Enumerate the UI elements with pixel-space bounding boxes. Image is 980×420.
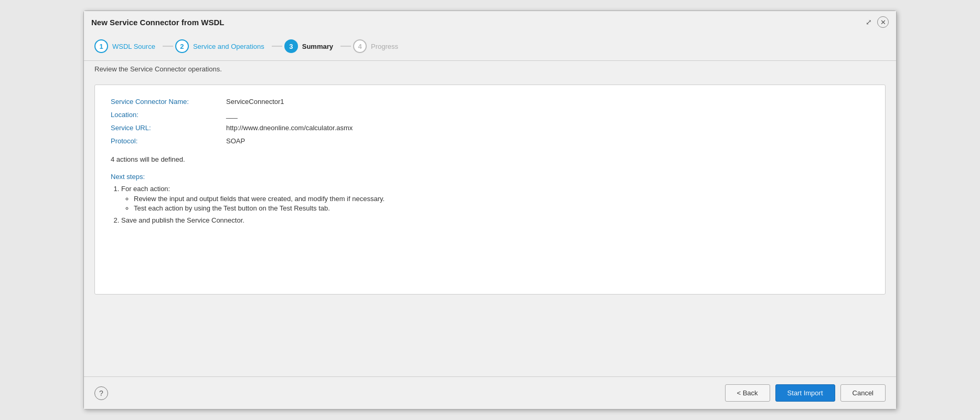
- info-grid: Service Connector Name: ServiceConnector…: [111, 98, 869, 145]
- footer-right: < Back Start Import Cancel: [725, 384, 886, 402]
- protocol-label: Protocol:: [111, 137, 226, 145]
- location-label: Location:: [111, 111, 226, 119]
- next-step-1: For each action: Review the input and ou…: [121, 185, 869, 212]
- service-url-value: http://www.dneonline.com/calculator.asmx: [226, 124, 869, 132]
- dialog-footer: ? < Back Start Import Cancel: [84, 376, 896, 409]
- protocol-value: SOAP: [226, 137, 869, 145]
- service-url-label: Service URL:: [111, 124, 226, 132]
- step-2-label: Service and Operations: [193, 43, 264, 50]
- step-3-circle: 3: [284, 39, 298, 53]
- content-area: Service Connector Name: ServiceConnector…: [84, 76, 896, 376]
- step-1-label: WSDL Source: [112, 43, 155, 50]
- step-separator-3: [340, 46, 351, 47]
- maximize-button[interactable]: ⤢: [864, 17, 874, 27]
- step-3-label: Summary: [302, 43, 333, 50]
- next-steps-label: Next steps:: [111, 173, 869, 181]
- back-button[interactable]: < Back: [725, 384, 770, 402]
- step-3[interactable]: 3 Summary: [284, 37, 338, 55]
- cancel-button[interactable]: Cancel: [840, 384, 886, 402]
- titlebar-controls: ⤢ ✕: [864, 16, 889, 28]
- next-step-1-subitems: Review the input and output fields that …: [121, 195, 869, 212]
- close-button[interactable]: ✕: [877, 16, 889, 28]
- step-2[interactable]: 2 Service and Operations: [175, 37, 270, 55]
- next-step-2-text: Save and publish the Service Connector.: [121, 216, 244, 224]
- dialog-titlebar: New Service Connector from WSDL ⤢ ✕: [84, 11, 896, 32]
- steps-bar: 1 WSDL Source 2 Service and Operations 3…: [84, 32, 896, 61]
- step-2-circle: 2: [175, 39, 189, 53]
- dialog-title: New Service Connector from WSDL: [91, 18, 224, 27]
- step-1-circle: 1: [94, 39, 108, 53]
- white-panel: Service Connector Name: ServiceConnector…: [94, 85, 886, 295]
- step-4: 4 Progress: [353, 37, 403, 55]
- next-step-1-sub-2: Test each action by using the Test butto…: [134, 204, 869, 212]
- next-step-2: Save and publish the Service Connector.: [121, 216, 869, 224]
- actions-text: 4 actions will be defined.: [111, 155, 869, 163]
- start-import-button[interactable]: Start Import: [775, 384, 835, 402]
- step-4-label: Progress: [371, 43, 398, 50]
- footer-left: ?: [94, 386, 108, 400]
- step-4-circle: 4: [353, 39, 367, 53]
- help-button[interactable]: ?: [94, 386, 108, 400]
- step-1[interactable]: 1 WSDL Source: [94, 37, 161, 55]
- description-text: Review the Service Connector operations.: [94, 65, 222, 73]
- next-step-1-text: For each action:: [121, 185, 170, 193]
- connector-name-label: Service Connector Name:: [111, 98, 226, 106]
- description-bar: Review the Service Connector operations.: [84, 61, 896, 76]
- step-separator-2: [272, 46, 282, 47]
- location-value: ___: [226, 111, 869, 119]
- connector-name-value: ServiceConnector1: [226, 98, 869, 106]
- next-step-1-sub-1: Review the input and output fields that …: [134, 195, 869, 203]
- step-separator-1: [163, 46, 173, 47]
- next-steps-list: For each action: Review the input and ou…: [111, 185, 869, 224]
- dialog-container: New Service Connector from WSDL ⤢ ✕ 1 WS…: [83, 10, 897, 410]
